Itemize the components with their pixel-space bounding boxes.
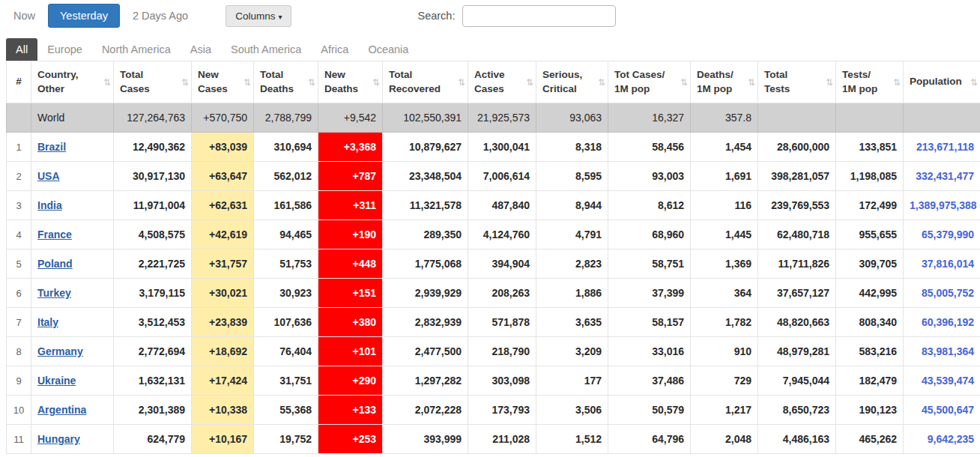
tests-1m-cell: 182,479 [836, 366, 904, 396]
country-link[interactable]: Turkey [37, 287, 71, 299]
country-cell: Argentina [31, 396, 114, 425]
yesterday-button[interactable]: Yesterday [48, 4, 120, 28]
population-cell: 60,396,192 [904, 308, 980, 337]
total-cases-cell: 11,971,004 [114, 191, 192, 220]
tab-oceania[interactable]: Oceania [358, 38, 418, 61]
new-cases-cell: +17,424 [192, 366, 254, 396]
column-header-label: New Cases [198, 69, 228, 94]
tests-1m-cell: 442,995 [836, 279, 904, 308]
tab-asia[interactable]: Asia [181, 38, 221, 61]
total-tests-cell: 48,979,281 [758, 337, 836, 366]
tab-all[interactable]: All [6, 38, 37, 61]
rank-cell: 10 [7, 396, 31, 425]
sort-icon: ⇅ [526, 76, 533, 88]
two-days-ago-button[interactable]: 2 Days Ago [131, 4, 190, 27]
country-link[interactable]: USA [37, 170, 60, 182]
sort-icon: ⇅ [826, 76, 833, 88]
total-deaths-cell: 2,788,799 [254, 103, 318, 133]
tot-cases-1m-cell: 16,327 [608, 103, 691, 133]
rank-cell: 6 [7, 279, 31, 308]
active-cases-cell: 571,878 [468, 308, 536, 337]
total-deaths-cell: 30,923 [254, 279, 318, 308]
rank-cell: 2 [7, 162, 31, 191]
country-link[interactable]: France [37, 228, 72, 240]
population-cell: 213,671,118 [904, 133, 980, 162]
tab-north-america[interactable]: North America [92, 38, 181, 61]
tab-africa[interactable]: Africa [311, 38, 358, 61]
country-link[interactable]: Hungary [37, 433, 80, 445]
column-header-rank: # [7, 61, 31, 103]
table-row: 10Argentina2,301,389+10,33855,368+1332,0… [7, 396, 980, 425]
search-label: Search: [417, 10, 455, 22]
deaths-1m-cell: 357.8 [691, 103, 758, 133]
country-link[interactable]: Ukraine [37, 375, 76, 387]
tab-south-america[interactable]: South America [221, 38, 311, 61]
sort-icon: ⇅ [458, 76, 465, 88]
column-header-new-cases[interactable]: New Cases⇅ [192, 61, 254, 103]
total-deaths-cell: 31,751 [254, 366, 318, 396]
country-link[interactable]: Argentina [37, 404, 86, 416]
total-deaths-cell: 310,694 [254, 133, 318, 162]
column-header-total-deaths[interactable]: Total Deaths⇅ [254, 61, 318, 103]
new-deaths-cell: +311 [318, 191, 383, 220]
table-row: 5Poland2,221,725+31,75751,753+4481,775,0… [7, 249, 980, 279]
country-link[interactable]: Italy [37, 316, 58, 328]
sort-icon: ⇅ [970, 76, 978, 88]
total-tests-cell: 8,650,723 [758, 396, 836, 425]
toolbar: Now Yesterday 2 Days Ago Columns▾ Search… [0, 0, 980, 31]
active-cases-cell: 4,124,760 [468, 220, 536, 249]
rank-cell [7, 103, 31, 133]
total-tests-cell: 11,711,826 [758, 249, 836, 279]
columns-dropdown-button[interactable]: Columns▾ [226, 5, 291, 27]
column-header-total-cases[interactable]: Total Cases⇅ [114, 61, 192, 103]
deaths-1m-cell: 1,217 [691, 396, 758, 425]
total-cases-cell: 3,179,115 [114, 279, 192, 308]
serious-critical-cell: 3,506 [536, 396, 608, 425]
new-deaths-cell: +3,368 [318, 133, 383, 162]
rank-cell: 4 [7, 220, 31, 249]
total-cases-cell: 2,301,389 [114, 396, 192, 425]
column-header-tests-1m[interactable]: Tests/ 1M pop⇅ [836, 61, 904, 103]
column-header-new-deaths[interactable]: New Deaths⇅ [318, 61, 383, 103]
country-link[interactable]: Germany [37, 345, 83, 357]
column-header-total-recovered[interactable]: Total Recovered⇅ [383, 61, 468, 103]
column-header-tot-cases-1m[interactable]: Tot Cases/ 1M pop⇅ [608, 61, 691, 103]
column-header-label: Serious, Critical [542, 69, 582, 94]
columns-button-label: Columns [235, 10, 275, 22]
new-deaths-cell: +448 [318, 249, 383, 279]
population-cell: 45,500,647 [904, 396, 980, 425]
new-cases-cell: +63,647 [192, 162, 254, 191]
tests-1m-cell [836, 103, 904, 133]
country-link[interactable]: Poland [37, 258, 73, 270]
column-header-population[interactable]: Population⇅ [904, 61, 980, 103]
tot-cases-1m-cell: 58,157 [608, 308, 691, 337]
country-cell: Turkey [31, 279, 114, 308]
now-button[interactable]: Now [12, 4, 37, 27]
column-header-total-tests[interactable]: Total Tests⇅ [758, 61, 836, 103]
table-row: 1Brazil12,490,362+83,039310,694+3,36810,… [7, 133, 980, 162]
search-input[interactable] [462, 5, 616, 27]
tot-cases-1m-cell: 68,960 [608, 220, 691, 249]
column-header-deaths-1m[interactable]: Deaths/ 1M pop⇅ [691, 61, 758, 103]
column-header-label: Active Cases [474, 69, 505, 94]
total-deaths-cell: 19,752 [254, 425, 318, 454]
column-header-active-cases[interactable]: Active Cases⇅ [468, 61, 536, 103]
tests-1m-cell: 190,123 [836, 396, 904, 425]
tab-europe[interactable]: Europe [37, 38, 92, 61]
table-row: 4France4,508,575+42,61994,465+190289,350… [7, 220, 980, 249]
country-link[interactable]: Brazil [37, 141, 66, 153]
active-cases-cell: 208,263 [468, 279, 536, 308]
serious-critical-cell: 3,635 [536, 308, 608, 337]
column-header-label: Total Recovered [389, 69, 441, 94]
table-row: 3India11,971,004+62,631161,586+31111,321… [7, 191, 980, 220]
active-cases-cell: 7,006,614 [468, 162, 536, 191]
total-tests-cell: 37,657,127 [758, 279, 836, 308]
column-header-label: Tests/ 1M pop [842, 69, 877, 94]
total-cases-cell: 3,512,453 [114, 308, 192, 337]
column-header-country[interactable]: Country, Other⇅ [31, 61, 114, 103]
country-cell: Germany [31, 337, 114, 366]
country-link[interactable]: India [37, 199, 62, 211]
table-row: 9Ukraine1,632,131+17,42431,751+2901,297,… [7, 366, 980, 396]
column-header-serious-critical[interactable]: Serious, Critical⇅ [536, 61, 608, 103]
tests-1m-cell: 465,262 [836, 425, 904, 454]
